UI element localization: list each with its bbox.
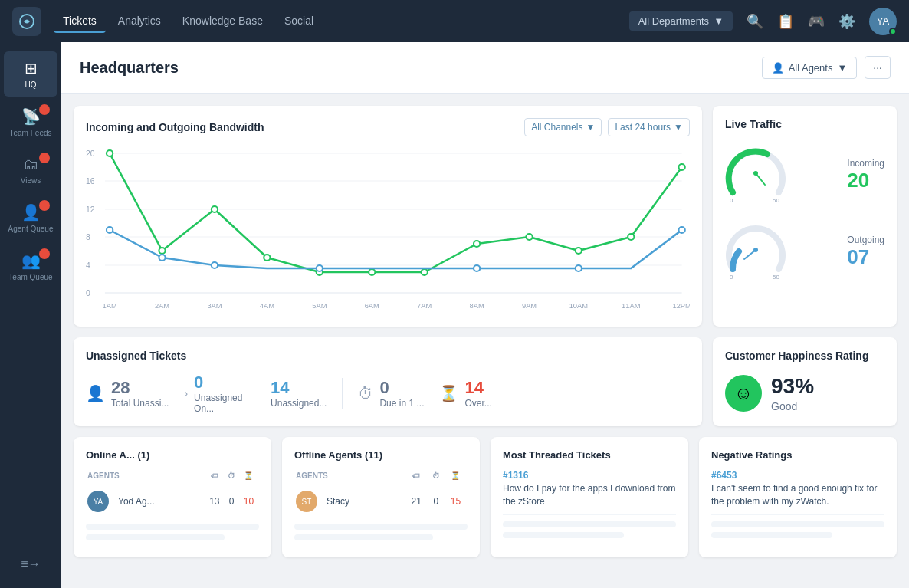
nav-tickets[interactable]: Tickets: [54, 10, 106, 33]
unassigned-online-label: Unassigned On...: [194, 393, 255, 414]
app-logo[interactable]: [12, 7, 41, 36]
channels-filter[interactable]: All Channels ▼: [524, 118, 602, 136]
svg-point-45: [753, 171, 758, 176]
svg-point-26: [159, 248, 165, 254]
nav-center: All Departments ▼ 🔍 📋 🎮 ⚙️ YA: [629, 8, 897, 35]
stat-unassigned-online: 0 Unassigned On...: [194, 373, 271, 414]
svg-point-37: [107, 227, 113, 233]
offline-agents-card: Offline Agents (11) AGENTS 🏷 ⏱ ⏳: [282, 437, 480, 557]
overdue-count: 14: [464, 378, 491, 398]
header-actions: 👤 All Agents ▼ ···: [762, 56, 891, 79]
customer-happiness-card: Customer Happiness Rating ☺ 93% Good: [713, 337, 897, 426]
nav-social[interactable]: Social: [275, 10, 323, 33]
department-selector[interactable]: All Departments ▼: [629, 11, 733, 31]
sidebar-item-agent-queue[interactable]: 👤 Agent Queue: [4, 195, 57, 241]
negative-ratings-body: Negative Ratings #6453 I can't seem to f…: [699, 437, 897, 555]
agent-col3: 10: [240, 486, 258, 517]
expand-icon: ≡→: [21, 557, 40, 571]
agent-col2: 0: [225, 486, 238, 517]
sidebar-item-views[interactable]: 🗂 Views: [4, 148, 57, 192]
unassigned-card-body: Unassigned Tickets 👤 28 Total Unassi... …: [74, 337, 702, 426]
avatar: ST: [296, 491, 317, 512]
agent-col3: 15: [445, 486, 466, 517]
chart-title: Incoming and Outgoing Bandwidth: [86, 121, 264, 133]
stat-total: 👤 28 Total Unassi...: [86, 378, 184, 409]
user-avatar[interactable]: YA: [869, 8, 897, 35]
due-label: Due in 1 ...: [379, 398, 424, 409]
sidebar-item-team-feeds[interactable]: 📡 Team Feeds: [4, 100, 57, 145]
col-clock-icon: ⏱: [428, 471, 444, 485]
time-label: Last 24 hours: [615, 122, 671, 133]
unassigned-count: 14: [271, 378, 327, 398]
unassigned-online-count: 0: [194, 373, 255, 393]
agent-queue-icon: 👤: [21, 203, 41, 222]
agent-name: Stacy: [327, 496, 349, 507]
nav-analytics[interactable]: Analytics: [109, 10, 170, 33]
svg-point-32: [474, 241, 480, 247]
col-hourglass-icon: ⏳: [240, 471, 258, 485]
svg-point-38: [159, 255, 165, 261]
ticket-divider: [711, 514, 884, 515]
chart-filters: All Channels ▼ Last 24 hours ▼: [524, 118, 690, 136]
negative-ratings-title: Negative Ratings: [711, 449, 884, 461]
svg-text:9AM: 9AM: [522, 302, 537, 310]
top-navigation: Tickets Analytics Knowledge Base Social …: [0, 0, 909, 42]
svg-point-34: [576, 248, 582, 254]
stat-unassigned: 14 Unassigned...: [271, 378, 342, 409]
nav-knowledge-base[interactable]: Knowledge Base: [173, 10, 272, 33]
negative-ratings-card: Negative Ratings #6453 I can't seem to f…: [699, 437, 897, 557]
svg-text:16: 16: [86, 177, 95, 186]
agent-col1: 21: [406, 486, 427, 517]
unassigned-tickets-card: Unassigned Tickets 👤 28 Total Unassi... …: [74, 337, 702, 426]
list-item: #6453 I can't seem to find a good enough…: [711, 470, 884, 508]
stat-arrow-1: ›: [184, 387, 188, 399]
stat-divider: [342, 378, 343, 409]
chart-header: Incoming and Outgoing Bandwidth All Chan…: [86, 118, 690, 136]
time-filter[interactable]: Last 24 hours ▼: [608, 118, 690, 136]
app-body: ⊞ HQ 📡 Team Feeds 🗂 Views 👤 Agent Queue …: [0, 42, 909, 588]
svg-point-43: [678, 227, 684, 233]
incoming-gauge-svg: 0 50: [725, 143, 786, 204]
avatar: YA: [87, 491, 109, 512]
svg-point-36: [678, 164, 684, 170]
skeleton-row: [711, 521, 884, 527]
search-icon[interactable]: 🔍: [747, 13, 763, 30]
svg-point-30: [369, 269, 375, 275]
sidebar-item-label: Views: [21, 176, 41, 185]
sidebar-item-expand[interactable]: ≡→: [4, 550, 57, 579]
outgoing-gauge-svg: 0 50: [725, 219, 786, 281]
notifications-icon[interactable]: 📋: [777, 13, 794, 30]
col-tag-icon: 🏷: [406, 471, 427, 485]
online-agents-card: Online A... (1) AGENTS 🏷 ⏱ ⏳: [74, 437, 271, 557]
happiness-percentage: 93%: [771, 374, 814, 399]
svg-point-28: [264, 255, 270, 261]
svg-point-42: [576, 265, 582, 271]
unassigned-stats: 👤 28 Total Unassi... › 0: [86, 373, 690, 414]
skeleton-row: [86, 534, 225, 540]
agent-col2: 0: [428, 486, 444, 517]
more-options-button[interactable]: ···: [865, 56, 891, 79]
row-1: Incoming and Outgoing Bandwidth All Chan…: [74, 106, 897, 327]
skeleton-row: [503, 521, 676, 527]
list-item: #1316 How do I pay for the apps I downlo…: [503, 470, 676, 508]
svg-point-31: [422, 269, 428, 275]
sidebar: ⊞ HQ 📡 Team Feeds 🗂 Views 👤 Agent Queue …: [0, 42, 61, 588]
outgoing-gauge-container: 0 50: [725, 219, 786, 284]
skeleton-row: [294, 524, 468, 530]
svg-text:0: 0: [86, 289, 90, 297]
sidebar-item-label: HQ: [25, 80, 37, 89]
live-traffic-card: Live Traffic: [713, 106, 897, 327]
happiness-content: ☺ 93% Good: [725, 374, 884, 412]
svg-text:0: 0: [730, 274, 733, 281]
settings-icon[interactable]: ⚙️: [838, 13, 855, 30]
svg-text:5AM: 5AM: [312, 302, 327, 310]
games-icon[interactable]: 🎮: [808, 13, 825, 30]
col-agents: AGENTS: [87, 471, 204, 485]
hq-icon: ⊞: [25, 59, 38, 77]
all-agents-button[interactable]: 👤 All Agents ▼: [762, 57, 858, 79]
unassigned-title: Unassigned Tickets: [86, 350, 690, 362]
sidebar-item-hq[interactable]: ⊞ HQ: [4, 51, 57, 97]
sidebar-item-team-queue[interactable]: 👥 Team Queue: [4, 244, 57, 289]
sidebar-item-label: Team Queue: [8, 273, 52, 281]
svg-text:50: 50: [773, 197, 779, 204]
